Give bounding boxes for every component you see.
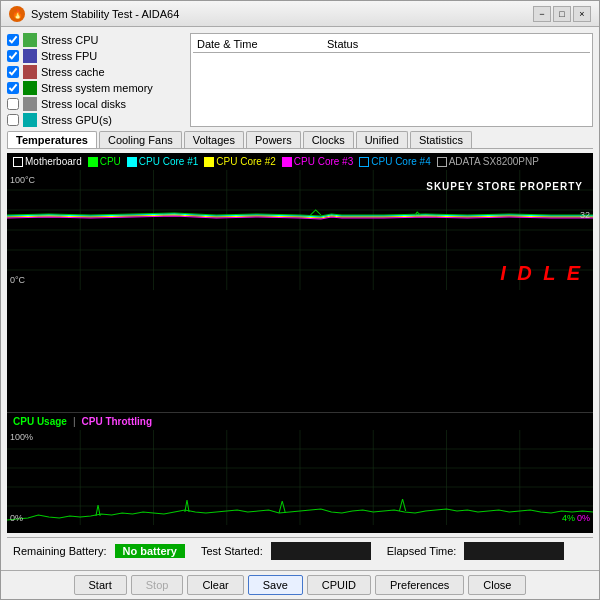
window-content: Stress CPUStress FPUStress cacheStress s…: [1, 27, 599, 570]
usage-chart-svg: [7, 430, 593, 525]
chart-top-y-top: 100°C: [10, 175, 35, 185]
tabs-section: TemperaturesCooling FansVoltagesPowersCl…: [7, 131, 593, 149]
status-bar: Remaining Battery: No battery Test Start…: [7, 537, 593, 564]
tab-unified[interactable]: Unified: [356, 131, 408, 148]
top-section: Stress CPUStress FPUStress cacheStress s…: [7, 33, 593, 127]
checkbox-label-stress-disks: Stress local disks: [41, 98, 126, 110]
checkbox-stress-cache[interactable]: [7, 66, 19, 78]
idle-text: I D L E: [500, 262, 583, 285]
close-window-button[interactable]: ×: [573, 6, 591, 22]
battery-value: No battery: [115, 544, 185, 558]
tab-voltages[interactable]: Voltages: [184, 131, 244, 148]
legend-check-adata[interactable]: [437, 157, 447, 167]
legend-item-cpu-core3: CPU Core #3: [282, 156, 353, 167]
log-panel: Date & Time Status: [190, 33, 593, 127]
tab-statistics[interactable]: Statistics: [410, 131, 472, 148]
legend-label-adata: ADATA SX8200PNP: [449, 156, 539, 167]
chart-top-x-right: 32: [580, 210, 590, 220]
chart-bottom-x-right-b: 0%: [577, 513, 590, 523]
disk-icon: [23, 97, 37, 111]
fpu-icon: [23, 49, 37, 63]
legend-label-cpu-core2: CPU Core #2: [216, 156, 275, 167]
stop-button[interactable]: Stop: [131, 575, 184, 595]
legend-check-cpu-core1[interactable]: [127, 157, 137, 167]
chart-bottom-y-bottom: 0%: [10, 513, 23, 523]
checkboxes-panel: Stress CPUStress FPUStress cacheStress s…: [7, 33, 182, 127]
battery-label: Remaining Battery:: [13, 545, 107, 557]
chart-top: MotherboardCPUCPU Core #1CPU Core #2CPU …: [7, 153, 593, 413]
legend-label-cpu-core1: CPU Core #1: [139, 156, 198, 167]
legend-item-adata: ADATA SX8200PNP: [437, 156, 539, 167]
elapsed-value: [464, 542, 564, 560]
title-bar-left: 🔥 System Stability Test - AIDA64: [9, 6, 179, 22]
checkbox-stress-fpu[interactable]: [7, 50, 19, 62]
legend-item-cpu-core1: CPU Core #1: [127, 156, 198, 167]
gpu-icon: [23, 113, 37, 127]
checkbox-row-stress-cache: Stress cache: [7, 65, 182, 79]
watermark: SKUPEY STORE PROPERTY: [426, 180, 583, 194]
tab-clocks[interactable]: Clocks: [303, 131, 354, 148]
legend-check-cpu[interactable]: [88, 157, 98, 167]
checkbox-label-stress-cache: Stress cache: [41, 66, 105, 78]
legend-check-motherboard[interactable]: [13, 157, 23, 167]
chart-separator: |: [73, 416, 76, 427]
save-button[interactable]: Save: [248, 575, 303, 595]
app-icon: 🔥: [9, 6, 25, 22]
checkbox-row-stress-gpu: Stress GPU(s): [7, 113, 182, 127]
tab-powers[interactable]: Powers: [246, 131, 301, 148]
button-row: StartStopClearSaveCPUIDPreferencesClose: [1, 570, 599, 599]
preferences-button[interactable]: Preferences: [375, 575, 464, 595]
checkbox-row-stress-cpu: Stress CPU: [7, 33, 182, 47]
minimize-button[interactable]: −: [533, 6, 551, 22]
legend-label-cpu-core4: CPU Core #4: [371, 156, 430, 167]
maximize-button[interactable]: □: [553, 6, 571, 22]
checkbox-row-stress-memory: Stress system memory: [7, 81, 182, 95]
chart-area: MotherboardCPUCPU Core #1CPU Core #2CPU …: [7, 153, 593, 533]
checkbox-stress-cpu[interactable]: [7, 34, 19, 46]
clear-button[interactable]: Clear: [187, 575, 243, 595]
title-controls: − □ ×: [533, 6, 591, 22]
start-button[interactable]: Start: [74, 575, 127, 595]
cpuid-button[interactable]: CPUID: [307, 575, 371, 595]
legend-check-cpu-core4[interactable]: [359, 157, 369, 167]
log-header: Date & Time Status: [193, 36, 590, 53]
log-col-status: Status: [327, 38, 586, 50]
checkbox-stress-memory[interactable]: [7, 82, 19, 94]
window-title: System Stability Test - AIDA64: [31, 8, 179, 20]
log-col-date: Date & Time: [197, 38, 327, 50]
checkbox-label-stress-fpu: Stress FPU: [41, 50, 97, 62]
chart-bottom-y-top: 100%: [10, 432, 33, 442]
tab-cooling-fans[interactable]: Cooling Fans: [99, 131, 182, 148]
memory-icon: [23, 81, 37, 95]
legend-item-cpu: CPU: [88, 156, 121, 167]
checkbox-label-stress-cpu: Stress CPU: [41, 34, 98, 46]
main-window: 🔥 System Stability Test - AIDA64 − □ × S…: [0, 0, 600, 600]
checkbox-label-stress-memory: Stress system memory: [41, 82, 153, 94]
chart-bottom: CPU Usage | CPU Throttling: [7, 413, 593, 533]
cache-icon: [23, 65, 37, 79]
chart-top-legend: MotherboardCPUCPU Core #1CPU Core #2CPU …: [7, 153, 593, 170]
legend-check-cpu-core2[interactable]: [204, 157, 214, 167]
legend-label-cpu-core3: CPU Core #3: [294, 156, 353, 167]
chart-top-y-bottom: 0°C: [10, 275, 25, 285]
elapsed-label: Elapsed Time:: [387, 545, 457, 557]
checkbox-row-stress-disks: Stress local disks: [7, 97, 182, 111]
checkbox-stress-disks[interactable]: [7, 98, 19, 110]
legend-item-cpu-core2: CPU Core #2: [204, 156, 275, 167]
tab-temperatures[interactable]: Temperatures: [7, 131, 97, 148]
tabs-bar: TemperaturesCooling FansVoltagesPowersCl…: [7, 131, 593, 149]
test-started-label: Test Started:: [201, 545, 263, 557]
checkbox-stress-gpu[interactable]: [7, 114, 19, 126]
legend-label-motherboard: Motherboard: [25, 156, 82, 167]
cpu-usage-label: CPU Usage: [13, 416, 67, 427]
legend-item-cpu-core4: CPU Core #4: [359, 156, 430, 167]
legend-label-cpu: CPU: [100, 156, 121, 167]
legend-check-cpu-core3[interactable]: [282, 157, 292, 167]
legend-item-motherboard: Motherboard: [13, 156, 82, 167]
cpu-icon: [23, 33, 37, 47]
close-button[interactable]: Close: [468, 575, 526, 595]
checkbox-row-stress-fpu: Stress FPU: [7, 49, 182, 63]
cpu-throttle-label: CPU Throttling: [82, 416, 153, 427]
title-bar: 🔥 System Stability Test - AIDA64 − □ ×: [1, 1, 599, 27]
chart-bottom-x-right-a: 4%: [562, 513, 575, 523]
